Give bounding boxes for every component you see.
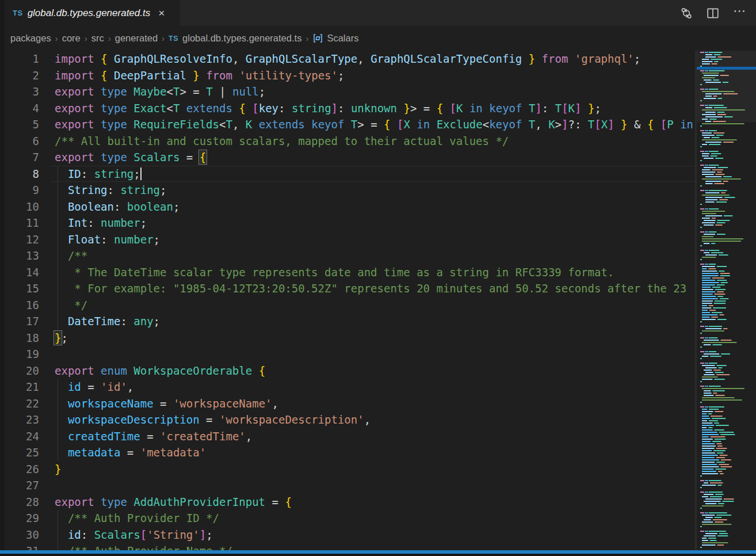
- code-token: }: [588, 102, 594, 115]
- code-token: {: [437, 102, 443, 115]
- code-line[interactable]: 26}: [0, 461, 695, 478]
- code-token: String: [55, 184, 108, 196]
- code-token: any: [133, 315, 153, 327]
- code-token: from: [200, 69, 232, 82]
- code-token: }: [529, 52, 535, 65]
- code-token: =: [154, 397, 173, 410]
- minimap[interactable]: [697, 51, 756, 550]
- code-line[interactable]: 3export type Maybe<T> = T | null;: [0, 83, 695, 100]
- code-line[interactable]: 9 String: string;: [0, 182, 695, 199]
- code-token: [186, 69, 193, 82]
- code-token: ;: [160, 184, 166, 196]
- code-line[interactable]: 19: [0, 346, 695, 363]
- code-token: type: [94, 118, 127, 131]
- code-line[interactable]: 10 Boolean: boolean;: [0, 199, 695, 215]
- compare-changes-icon[interactable]: [680, 7, 693, 20]
- code-token: AddAuthProviderInput: [127, 496, 265, 508]
- code-line[interactable]: 23 workspaceDescription = 'workspaceDesc…: [0, 412, 695, 428]
- code-token: P: [667, 118, 673, 131]
- code-token: extends: [252, 118, 305, 131]
- code-line[interactable]: 1import { GraphQLResolveInfo, GraphQLSca…: [0, 51, 695, 67]
- code-token: =: [140, 430, 160, 443]
- code-token: > =: [410, 102, 437, 115]
- code-token: * The DateTime scalar type represents da…: [55, 266, 614, 279]
- code-line[interactable]: 25 metadata = 'metadata': [0, 444, 695, 461]
- code-line[interactable]: 29 /** Auth Provider ID */: [0, 510, 695, 527]
- code-token: ]: [535, 102, 541, 115]
- code-line[interactable]: 16 */: [0, 297, 695, 314]
- code-line[interactable]: 8 ID: string;: [0, 166, 695, 182]
- code-line[interactable]: 11 Int: number;: [0, 215, 695, 231]
- code-line[interactable]: 17 DateTime: any;: [0, 313, 695, 330]
- code-text: export type Scalars = {: [55, 149, 206, 166]
- code-token: {: [285, 496, 291, 508]
- code-token: [: [450, 102, 456, 115]
- code-token: {: [200, 151, 206, 163]
- code-token: import: [55, 52, 94, 65]
- code-line[interactable]: 30 id: Scalars['String'];: [0, 527, 695, 543]
- code-token: from: [535, 52, 568, 65]
- code-token: ;: [61, 332, 67, 344]
- line-number: 10: [0, 199, 39, 215]
- code-text: id: Scalars['String'];: [55, 527, 213, 543]
- window-bottom-edge: [0, 554, 756, 556]
- code-token: RequireFields: [127, 118, 219, 131]
- code-token: [: [594, 118, 601, 131]
- code-token: key: [259, 102, 278, 115]
- split-editor-icon[interactable]: [707, 7, 719, 20]
- code-token: <: [166, 85, 173, 98]
- breadcrumb-item-src[interactable]: src: [91, 33, 104, 44]
- code-token: :: [81, 167, 94, 180]
- code-line[interactable]: 4export type Exact<T extends { [key: str…: [0, 100, 695, 117]
- code-token: keyof: [489, 118, 522, 131]
- code-token: Scalars: [127, 151, 180, 163]
- code-token: <: [166, 102, 173, 115]
- code-token: :: [542, 102, 555, 115]
- code-token: }: [55, 463, 61, 475]
- code-line[interactable]: 14 * The DateTime scalar type represents…: [0, 264, 695, 281]
- code-line[interactable]: 2import { DeepPartial } from 'utility-ty…: [0, 67, 695, 84]
- code-text: * For example: "1985-04-12T23:20:50.52Z"…: [55, 280, 686, 297]
- breadcrumb-item-file[interactable]: TSglobal.db.types.generated.ts: [169, 33, 301, 44]
- breadcrumb-item-symbol[interactable]: Scalars: [312, 33, 358, 44]
- code-line[interactable]: 12 Float: number;: [0, 231, 695, 248]
- code-token: :: [278, 102, 292, 115]
- code-line[interactable]: 6/** All built-in and custom scalars, ma…: [0, 133, 695, 150]
- code-token: =: [186, 85, 206, 98]
- code-line[interactable]: 28export type AddAuthProviderInput = {: [0, 494, 695, 511]
- code-editor[interactable]: 1import { GraphQLResolveInfo, GraphQLSca…: [0, 51, 756, 556]
- tab-global-db-types[interactable]: TS global.db.types.generated.ts ×: [5, 0, 180, 26]
- code-token: workspaceName: [55, 397, 154, 410]
- more-actions-icon[interactable]: ⋯: [733, 8, 747, 18]
- breadcrumb-item-generated[interactable]: generated: [115, 33, 158, 44]
- code-line[interactable]: 21 id = 'id',: [0, 379, 695, 395]
- code-line[interactable]: 22 workspaceName = 'workspaceName',: [0, 395, 695, 412]
- code-lines[interactable]: 1import { GraphQLResolveInfo, GraphQLSca…: [0, 51, 695, 556]
- code-token: [232, 69, 239, 82]
- code-text: import { DeepPartial } from 'utility-typ…: [55, 67, 344, 84]
- minimap-canvas[interactable]: [697, 51, 756, 550]
- code-line[interactable]: 20export enum WorkspaceOrderable {: [0, 363, 695, 379]
- code-line[interactable]: 18};: [0, 330, 695, 346]
- code-token: export: [55, 364, 94, 377]
- code-line[interactable]: 13 /**: [0, 247, 695, 264]
- code-token: [: [562, 102, 568, 115]
- code-token: 'createdTime': [160, 430, 246, 443]
- code-token: [94, 52, 101, 65]
- code-line[interactable]: 24 createdTime = 'createdTime',: [0, 428, 695, 445]
- code-line[interactable]: 7export type Scalars = {: [0, 149, 695, 166]
- code-token: [246, 102, 252, 115]
- code-line[interactable]: 5export type RequireFields<T, K extends …: [0, 116, 695, 133]
- code-token: import: [55, 69, 94, 82]
- code-line[interactable]: 15 * For example: "1985-04-12T23:20:50.5…: [0, 280, 695, 297]
- code-token: export: [55, 102, 94, 115]
- close-icon[interactable]: ×: [158, 7, 165, 18]
- code-token: =: [180, 151, 199, 163]
- breadcrumb-item-packages[interactable]: packages: [10, 33, 51, 44]
- line-number: 7: [0, 149, 39, 166]
- code-line[interactable]: 27: [0, 477, 695, 494]
- breadcrumb-item-core[interactable]: core: [62, 33, 81, 44]
- code-token: [614, 118, 621, 131]
- code-token: keyof: [483, 102, 522, 115]
- code-token: export: [55, 118, 94, 131]
